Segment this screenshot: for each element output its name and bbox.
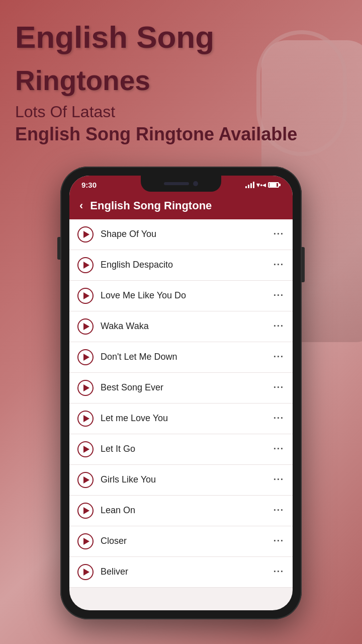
song-name: English Despacito bbox=[101, 260, 265, 270]
song-item[interactable]: Waka Waka ⋮ bbox=[69, 311, 293, 342]
play-button[interactable] bbox=[77, 472, 94, 488]
status-icons: ▾•◂ bbox=[245, 181, 281, 189]
play-button[interactable] bbox=[77, 411, 94, 427]
song-item[interactable]: Love Me Like You Do ⋮ bbox=[69, 281, 293, 311]
play-triangle-icon bbox=[83, 507, 89, 514]
more-options-button[interactable]: ⋮ bbox=[273, 536, 285, 546]
more-options-button[interactable]: ⋮ bbox=[273, 321, 285, 332]
song-name: Shape Of You bbox=[101, 229, 265, 239]
play-button[interactable] bbox=[77, 380, 94, 396]
phone-notch bbox=[141, 176, 221, 192]
status-time: 9:30 bbox=[81, 181, 97, 189]
play-triangle-icon bbox=[83, 538, 89, 545]
play-triangle-icon bbox=[83, 292, 89, 299]
song-item[interactable]: English Despacito ⋮ bbox=[69, 250, 293, 281]
app-header: ‹ English Song Ringtone bbox=[69, 192, 293, 219]
song-item[interactable]: Lean On ⋮ bbox=[69, 496, 293, 526]
song-item[interactable]: Let It Go ⋮ bbox=[69, 434, 293, 465]
more-options-button[interactable]: ⋮ bbox=[273, 567, 285, 577]
play-triangle-icon bbox=[83, 415, 89, 422]
song-item[interactable]: Don't Let Me Down ⋮ bbox=[69, 342, 293, 373]
phone-container: 9:30 ▾•◂ ‹ English Song bbox=[0, 167, 362, 619]
phone-screen: 9:30 ▾•◂ ‹ English Song bbox=[69, 176, 293, 610]
song-item[interactable]: Best Song Ever ⋮ bbox=[69, 373, 293, 404]
song-name: Let me Love You bbox=[101, 413, 265, 424]
song-name: Lean On bbox=[101, 505, 265, 516]
play-button[interactable] bbox=[77, 349, 94, 365]
more-options-button[interactable]: ⋮ bbox=[273, 382, 285, 393]
more-options-button[interactable]: ⋮ bbox=[273, 474, 285, 485]
play-triangle-icon bbox=[83, 354, 89, 361]
more-options-button[interactable]: ⋮ bbox=[273, 260, 285, 270]
more-options-button[interactable]: ⋮ bbox=[273, 352, 285, 362]
play-button[interactable] bbox=[77, 318, 94, 335]
play-triangle-icon bbox=[83, 569, 89, 576]
song-name: Don't Let Me Down bbox=[101, 352, 265, 362]
wifi-icon: ▾•◂ bbox=[256, 181, 266, 189]
song-item[interactable]: Let me Love You ⋮ bbox=[69, 404, 293, 434]
song-item[interactable]: Shape Of You ⋮ bbox=[69, 219, 293, 250]
song-name: Girls Like You bbox=[101, 474, 265, 485]
play-button[interactable] bbox=[77, 441, 94, 457]
song-list: Shape Of You ⋮ English Despacito ⋮ Love … bbox=[69, 219, 293, 588]
song-name: Beliver bbox=[101, 567, 265, 577]
song-item[interactable]: Closer ⋮ bbox=[69, 526, 293, 557]
header-title-row: English Song Ringtones bbox=[15, 20, 347, 97]
play-triangle-icon bbox=[83, 476, 89, 484]
play-button[interactable] bbox=[77, 503, 94, 519]
play-button[interactable] bbox=[77, 226, 94, 243]
camera-dot bbox=[193, 181, 198, 186]
more-options-button[interactable]: ⋮ bbox=[273, 229, 285, 239]
signal-bars-icon bbox=[245, 181, 254, 188]
play-triangle-icon bbox=[83, 323, 89, 330]
song-name: Best Song Ever bbox=[101, 382, 265, 393]
play-button[interactable] bbox=[77, 564, 94, 580]
song-item[interactable]: Beliver ⋮ bbox=[69, 557, 293, 588]
song-name: Let It Go bbox=[101, 444, 265, 454]
header-subtitle2: English Song Ringtone Available bbox=[15, 123, 347, 146]
back-button[interactable]: ‹ bbox=[79, 199, 83, 212]
phone-frame: 9:30 ▾•◂ ‹ English Song bbox=[60, 167, 302, 619]
play-triangle-icon bbox=[83, 384, 89, 391]
song-item[interactable]: Girls Like You ⋮ bbox=[69, 465, 293, 496]
header-subtitle1: Lots Of Latast bbox=[15, 102, 347, 123]
song-name: Closer bbox=[101, 536, 265, 546]
speaker-bar bbox=[164, 182, 189, 185]
more-options-button[interactable]: ⋮ bbox=[273, 444, 285, 454]
header-section: English Song Ringtones Lots Of Latast En… bbox=[0, 0, 362, 156]
battery-icon bbox=[268, 182, 281, 188]
more-options-button[interactable]: ⋮ bbox=[273, 290, 285, 301]
header-main-title: English Song bbox=[15, 20, 214, 54]
play-button[interactable] bbox=[77, 533, 94, 549]
play-triangle-icon bbox=[83, 446, 89, 453]
play-triangle-icon bbox=[83, 231, 89, 238]
play-triangle-icon bbox=[83, 262, 89, 269]
play-button[interactable] bbox=[77, 257, 94, 273]
app-title: English Song Ringtone bbox=[90, 199, 212, 212]
header-ringtones: Ringtones bbox=[15, 64, 150, 97]
more-options-button[interactable]: ⋮ bbox=[273, 413, 285, 424]
song-name: Waka Waka bbox=[101, 321, 265, 332]
song-name: Love Me Like You Do bbox=[101, 290, 265, 301]
more-options-button[interactable]: ⋮ bbox=[273, 505, 285, 516]
play-button[interactable] bbox=[77, 288, 94, 304]
